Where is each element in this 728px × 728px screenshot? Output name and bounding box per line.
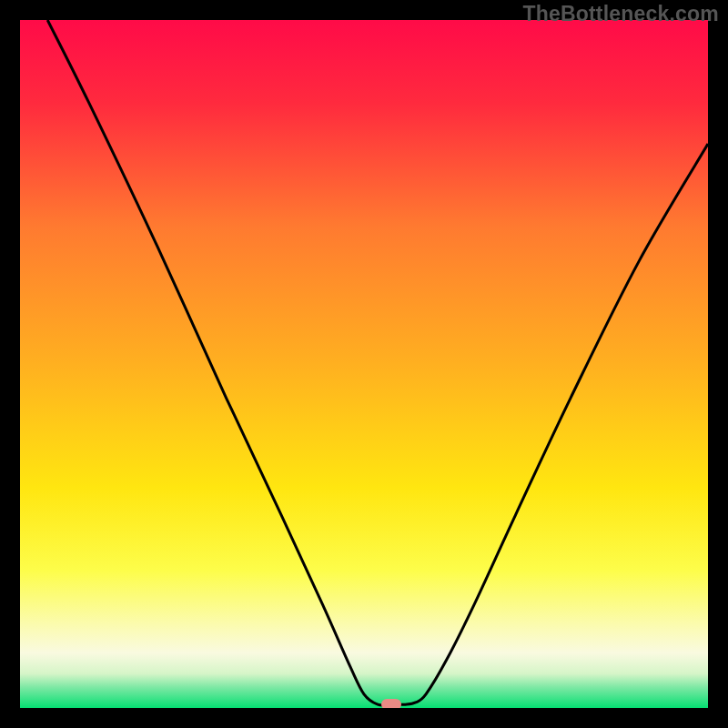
chart-container: TheBottleneck.com <box>0 0 728 728</box>
bottleneck-curve <box>47 20 708 705</box>
optimal-marker <box>381 699 401 708</box>
watermark-text: TheBottleneck.com <box>522 2 719 26</box>
plot-area <box>20 20 708 708</box>
curve-layer <box>20 20 708 708</box>
